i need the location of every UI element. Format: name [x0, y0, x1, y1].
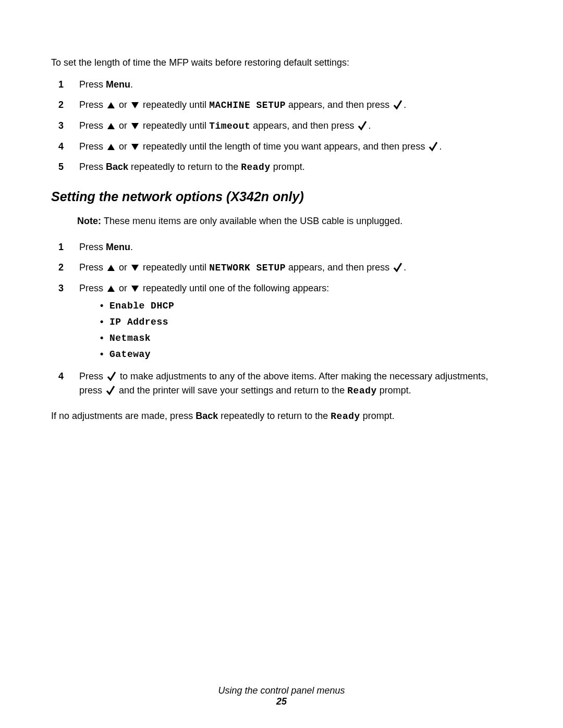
svg-marker-7 [131, 265, 139, 271]
bullet-item: •Netmask [100, 331, 512, 346]
closing-text: If no adjustments are made, press Back r… [51, 411, 512, 422]
step-a4: 4 Press or repeatedly until the length o… [51, 140, 512, 154]
svg-marker-4 [107, 144, 115, 150]
prompt-label: Ready [347, 386, 377, 396]
step-b4: 4 Press to make adjustments to any of th… [51, 369, 512, 398]
down-arrow-icon [131, 102, 139, 109]
menu-option: Timeout [209, 121, 250, 131]
step-body: Press Menu. [79, 240, 512, 254]
step-b3: 3 Press or repeatedly until one of the f… [51, 281, 512, 363]
step-number: 3 [51, 119, 79, 133]
step-number: 4 [51, 140, 79, 154]
back-button-label: Back [195, 411, 218, 421]
step-a5: 5 Press Back repeatedly to return to the… [51, 160, 512, 175]
check-icon [393, 262, 402, 273]
svg-marker-3 [131, 123, 139, 129]
check-icon [393, 100, 402, 110]
svg-marker-6 [107, 265, 115, 271]
up-arrow-icon [107, 122, 115, 130]
down-arrow-icon [131, 285, 139, 292]
step-body: Press to make adjustments to any of the … [79, 369, 512, 398]
note-text: Note: These menu items are only availabl… [77, 216, 512, 227]
step-number: 2 [51, 98, 79, 112]
step-a1: 1 Press Menu. [51, 78, 512, 92]
up-arrow-icon [107, 285, 115, 292]
steps-list-b: 1 Press Menu. 2 Press or repeatedly unti… [51, 240, 512, 398]
step-number: 1 [51, 240, 79, 254]
down-arrow-icon [131, 143, 139, 151]
step-a2: 2 Press or repeatedly until MACHINE SETU… [51, 98, 512, 113]
step-number: 4 [51, 369, 79, 384]
up-arrow-icon [107, 143, 115, 151]
step-body: Press or repeatedly until one of the fol… [79, 281, 512, 363]
svg-marker-9 [131, 286, 139, 292]
step-b2: 2 Press or repeatedly until NETWORK SETU… [51, 261, 512, 275]
bullet-list: •Enable DHCP •IP Address •Netmask •Gatew… [100, 299, 512, 362]
svg-marker-8 [107, 286, 115, 292]
page-number: 25 [0, 696, 563, 707]
prompt-label: Ready [241, 162, 271, 172]
up-arrow-icon [107, 102, 115, 109]
page-footer: Using the control panel menus 25 [0, 685, 563, 707]
menu-option: NETWORK SETUP [209, 263, 286, 273]
bullet-item: •Gateway [100, 347, 512, 362]
menu-button-label: Menu [106, 79, 130, 90]
check-icon [106, 385, 115, 396]
footer-title: Using the control panel menus [0, 685, 563, 696]
up-arrow-icon [107, 264, 115, 272]
step-body: Press or repeatedly until Timeout appear… [79, 119, 512, 133]
back-button-label: Back [106, 162, 128, 172]
bullet-item: •Enable DHCP [100, 299, 512, 313]
check-icon [107, 371, 116, 381]
bullet-item: •IP Address [100, 315, 512, 329]
step-number: 2 [51, 261, 79, 275]
svg-marker-0 [107, 102, 115, 108]
menu-option: MACHINE SETUP [209, 100, 286, 110]
note-label: Note: [77, 216, 104, 226]
check-icon [358, 120, 367, 131]
intro-text: To set the length of time the MFP waits … [51, 57, 512, 68]
section-heading: Setting the network options (X342n only) [51, 189, 512, 204]
down-arrow-icon [131, 264, 139, 272]
step-number: 1 [51, 78, 79, 92]
step-body: Press or repeatedly until NETWORK SETUP … [79, 261, 512, 275]
document-page: To set the length of time the MFP waits … [0, 0, 563, 728]
step-body: Press or repeatedly until the length of … [79, 140, 512, 154]
svg-marker-5 [131, 144, 139, 150]
step-body: Press Menu. [79, 78, 512, 92]
svg-marker-2 [107, 123, 115, 129]
down-arrow-icon [131, 122, 139, 130]
check-icon [429, 141, 438, 152]
step-body: Press or repeatedly until MACHINE SETUP … [79, 98, 512, 113]
step-b1: 1 Press Menu. [51, 240, 512, 254]
steps-list-a: 1 Press Menu. 2 Press or repeatedly unti… [51, 78, 512, 175]
svg-marker-1 [131, 102, 139, 108]
step-body: Press Back repeatedly to return to the R… [79, 160, 512, 175]
step-number: 3 [51, 281, 79, 295]
step-number: 5 [51, 160, 79, 174]
prompt-label: Ready [331, 411, 360, 422]
step-a3: 3 Press or repeatedly until Timeout appe… [51, 119, 512, 133]
menu-button-label: Menu [106, 242, 130, 252]
